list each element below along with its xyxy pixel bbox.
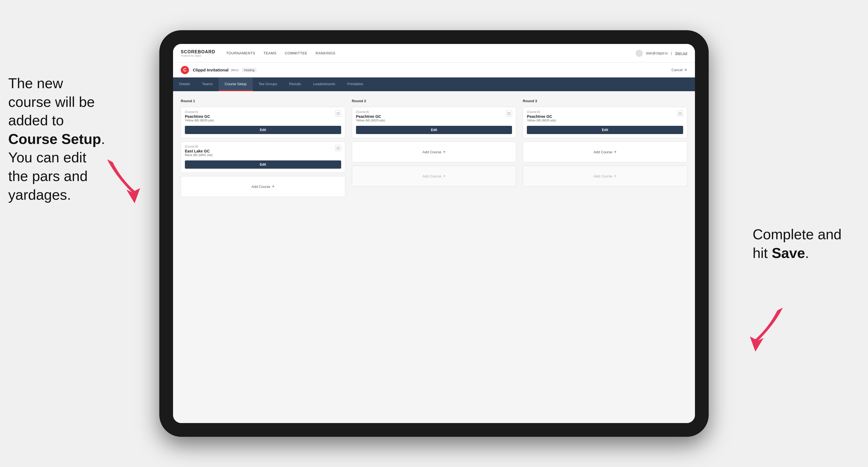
tab-results[interactable]: Results: [283, 77, 307, 91]
round-2-course-a-name: Peachtree GC: [356, 114, 385, 119]
cancel-button[interactable]: Cancel ✕: [672, 68, 687, 72]
round-3-add-course-disabled-label: Add Course: [594, 174, 613, 178]
round-3-add-course-label: Add Course: [594, 150, 613, 154]
rounds-grid: Round 1 (Course A) Peachtree GC Yellow (…: [181, 99, 687, 415]
tournament-gender: (Men): [231, 68, 239, 72]
round-1-course-b-tag: (Course B): [185, 145, 213, 148]
tabs-bar: Details Teams Course Setup Tee Groups Re…: [173, 77, 695, 91]
round-3-add-course-plus-icon: +: [614, 150, 616, 154]
round-3-column: Round 3 (Course A) Peachtree GC Yellow (…: [523, 99, 687, 415]
round-3-course-a-tee: Yellow (M) (6629 yds): [527, 119, 556, 122]
annotation-right-line2: hit: [753, 245, 772, 261]
annotation-right-line1: Complete and: [753, 226, 842, 242]
sign-out-link[interactable]: Sign out: [675, 51, 687, 55]
avatar: [636, 50, 643, 57]
annotation-right-period: .: [805, 245, 809, 261]
close-icon: ✕: [684, 68, 687, 72]
round-1-add-course-button[interactable]: Add Course +: [181, 176, 345, 197]
round-2-course-a-info: (Course A) Peachtree GC Yellow (M) (6629…: [356, 111, 385, 122]
brand: SCOREBOARD Powered by clippd: [181, 50, 215, 57]
arrow-right-icon: [731, 302, 791, 363]
round-3-label: Round 3: [523, 99, 687, 103]
round-2-course-a-delete-button[interactable]: ⊡: [506, 111, 512, 117]
round-1-label: Round 1: [181, 99, 345, 103]
tab-details[interactable]: Details: [173, 77, 196, 91]
round-1-add-course-label: Add Course: [251, 185, 270, 189]
round-1-course-a-tee: Yellow (M) (6629 yds): [185, 119, 214, 122]
round-2-add-course-disabled-plus-icon: +: [443, 174, 445, 179]
annotation-left-line1: The new: [8, 75, 63, 91]
annotation-left-line5: You can edit: [8, 150, 86, 165]
round-2-course-a-tee: Yellow (M) (6629 yds): [356, 119, 385, 122]
round-1-course-b-delete-button[interactable]: ⊡: [335, 145, 341, 151]
round-3-course-a-card: (Course A) Peachtree GC Yellow (M) (6629…: [523, 107, 687, 138]
round-3-course-a-info: (Course A) Peachtree GC Yellow (M) (6629…: [527, 111, 556, 122]
round-1-course-a-edit-button[interactable]: Edit: [185, 126, 341, 134]
round-3-add-course-disabled-text: Add Course +: [594, 174, 617, 179]
round-1-course-a-card: (Course A) Peachtree GC Yellow (M) (6629…: [181, 107, 345, 138]
round-2-add-course-button[interactable]: Add Course +: [352, 142, 517, 162]
tournament-logo: C: [181, 66, 189, 74]
annotation-left-line2: course will be: [8, 94, 95, 110]
brand-subtitle: Powered by clippd: [181, 54, 215, 57]
annotation-right: Complete and hit Save.: [753, 225, 857, 262]
round-2-add-course-disabled: Add Course +: [352, 166, 517, 187]
annotation-right-bold: Save: [772, 245, 805, 261]
round-2-add-course-plus-icon: +: [443, 150, 445, 154]
round-1-add-course-text: Add Course +: [251, 184, 274, 189]
tablet-screen: SCOREBOARD Powered by clippd TOURNAMENTS…: [173, 44, 695, 423]
round-3-course-a-tag: (Course A): [527, 111, 556, 114]
round-3-course-a-delete-button[interactable]: ⊡: [677, 111, 683, 117]
annotation-left-line7: yardages.: [8, 187, 71, 203]
round-2-column: Round 2 (Course A) Peachtree GC Yellow (…: [352, 99, 517, 415]
round-2-add-course-text: Add Course +: [423, 150, 445, 154]
round-1-course-b-edit-button[interactable]: Edit: [185, 160, 341, 169]
round-1-course-a-name: Peachtree GC: [185, 114, 214, 119]
tab-leaderboards[interactable]: Leaderboards: [307, 77, 341, 91]
tab-printables[interactable]: Printables: [341, 77, 369, 91]
tab-teams[interactable]: Teams: [196, 77, 219, 91]
round-2-label: Round 2: [352, 99, 517, 103]
round-3-course-a-header: (Course A) Peachtree GC Yellow (M) (6629…: [523, 107, 687, 123]
round-1-course-a-tag: (Course A): [185, 111, 214, 114]
round-1-course-b-info: (Course B) East Lake GC Black (M) (6891 …: [185, 145, 213, 157]
tablet-frame: SCOREBOARD Powered by clippd TOURNAMENTS…: [159, 30, 709, 437]
tab-course-setup[interactable]: Course Setup: [219, 77, 253, 91]
round-3-add-course-text: Add Course +: [594, 150, 617, 154]
round-1-course-b-header: (Course B) East Lake GC Black (M) (6891 …: [181, 142, 345, 158]
main-content: Round 1 (Course A) Peachtree GC Yellow (…: [173, 91, 695, 423]
brand-title: SCOREBOARD: [181, 50, 215, 54]
tournament-name: Clippd Invitational: [193, 68, 228, 72]
nav-teams[interactable]: TEAMS: [264, 51, 276, 55]
round-2-add-course-disabled-text: Add Course +: [423, 174, 445, 179]
round-1-add-course-plus-icon: +: [272, 184, 274, 189]
annotation-left-line3: added to: [8, 112, 64, 128]
round-2-course-a-card: (Course A) Peachtree GC Yellow (M) (6629…: [352, 107, 517, 138]
round-2-add-course-disabled-label: Add Course: [423, 174, 441, 178]
round-1-course-a-header: (Course A) Peachtree GC Yellow (M) (6629…: [181, 107, 345, 123]
round-2-course-a-header: (Course A) Peachtree GC Yellow (M) (6629…: [352, 107, 516, 123]
round-1-course-b-tee: Black (M) (6891 yds): [185, 153, 213, 157]
nav-committee[interactable]: COMMITTEE: [285, 51, 308, 55]
round-2-course-a-edit-button[interactable]: Edit: [356, 126, 512, 134]
round-3-add-course-button[interactable]: Add Course +: [523, 142, 687, 162]
user-email: blair@clippd.io: [646, 51, 668, 55]
hosting-badge: Hosting: [242, 68, 256, 72]
tournament-bar: C Clippd Invitational (Men) Hosting Canc…: [173, 63, 695, 77]
round-1-course-b-name: East Lake GC: [185, 149, 213, 153]
round-1-course-a-info: (Course A) Peachtree GC Yellow (M) (6629…: [185, 111, 214, 122]
round-3-add-course-disabled: Add Course +: [523, 166, 687, 187]
round-1-column: Round 1 (Course A) Peachtree GC Yellow (…: [181, 99, 345, 415]
nav-links: TOURNAMENTS TEAMS COMMITTEE RANKINGS: [226, 51, 636, 55]
nav-separator: |: [671, 51, 672, 55]
round-3-course-a-edit-button[interactable]: Edit: [527, 126, 683, 134]
nav-tournaments[interactable]: TOURNAMENTS: [226, 51, 255, 55]
tab-tee-groups[interactable]: Tee Groups: [253, 77, 283, 91]
annotation-left-bold: Course Setup: [8, 131, 101, 147]
round-2-add-course-label: Add Course: [423, 150, 441, 154]
round-3-course-a-name: Peachtree GC: [527, 114, 556, 119]
round-1-course-a-delete-button[interactable]: ⊡: [335, 111, 341, 117]
round-2-course-a-tag: (Course A): [356, 111, 385, 114]
nav-rankings[interactable]: RANKINGS: [316, 51, 335, 55]
round-3-add-course-disabled-plus-icon: +: [614, 174, 616, 179]
